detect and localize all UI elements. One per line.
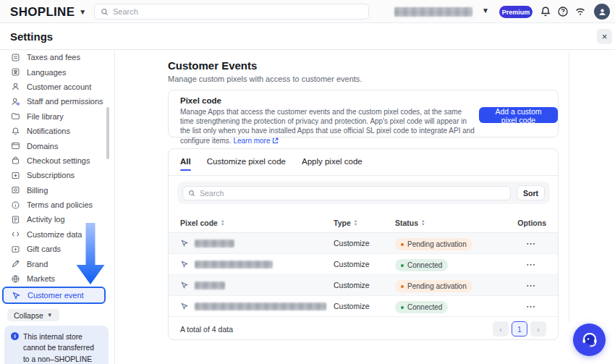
external-link-icon	[272, 137, 279, 144]
premium-badge[interactable]: Premium	[499, 6, 533, 18]
sidebar-item-file-library[interactable]: File library	[0, 109, 114, 124]
sidebar-item-languages[interactable]: Languages	[0, 64, 114, 79]
settings-sidebar: Taxes and fees Languages Customer accoun…	[0, 50, 114, 364]
table-row[interactable]: Customize Pending activation ⋯	[169, 233, 558, 254]
row-type: Customize	[334, 260, 395, 268]
sidebar-item-terms-and-policies[interactable]: Terms and policies	[0, 198, 114, 212]
sidebar-item-billing[interactable]: Billing	[0, 183, 114, 198]
row-options-button[interactable]: ⋯	[526, 280, 546, 291]
column-type[interactable]: Type▲▼	[334, 219, 395, 227]
settings-nav: Taxes and fees Languages Customer accoun…	[0, 50, 114, 305]
sidebar-item-taxes-and-fees[interactable]: Taxes and fees	[0, 50, 114, 64]
sidebar-item-staff-and-permissions[interactable]: Staff and permissions	[0, 94, 114, 109]
sidebar-item-gift-cards[interactable]: Gift cards	[0, 242, 114, 256]
row-options-button[interactable]: ⋯	[526, 259, 546, 270]
search-icon	[101, 8, 109, 16]
column-pixel-code[interactable]: Pixel code▲▼	[180, 219, 334, 227]
chevron-left-icon: ‹	[499, 325, 502, 334]
status-badge: Pending activation	[395, 238, 472, 250]
status-dot-icon	[401, 243, 404, 246]
content-scroll-rail[interactable]	[569, 51, 569, 323]
sidebar-item-customize-data[interactable]: Customize data	[0, 227, 114, 242]
pixel-name-redacted	[195, 240, 234, 247]
table-footer: A total of 4 data ‹ 1 ›	[169, 317, 558, 341]
tab-customize-pixel-code[interactable]: Customize pixel code	[207, 157, 286, 171]
sort-button[interactable]: Sort	[517, 185, 545, 200]
sidebar-item-markets[interactable]: Markets	[0, 271, 114, 286]
settings-page-title: Settings	[10, 30, 53, 43]
sidebar-item-customer-event[interactable]: Customer event	[2, 287, 106, 304]
global-search-input[interactable]: Search	[94, 4, 369, 20]
pixel-icon	[180, 239, 189, 247]
close-settings-button[interactable]: ×	[597, 29, 612, 44]
headset-icon	[580, 330, 600, 350]
column-options: Options	[517, 219, 546, 227]
tab-all[interactable]: All	[180, 157, 191, 171]
subscription-icon	[11, 171, 20, 180]
status-badge: Pending activation	[395, 280, 472, 292]
column-status[interactable]: Status▲▼	[395, 219, 505, 227]
add-custom-pixel-code-button[interactable]: Add a custom pixel code	[479, 107, 558, 123]
receipt-icon	[11, 53, 20, 62]
sidebar-item-customer-account[interactable]: Customer account	[0, 80, 114, 94]
sidebar-item-notifications[interactable]: Notifications	[0, 124, 114, 138]
sidebar-item-brand[interactable]: Brand	[0, 256, 114, 271]
info-icon	[11, 200, 20, 210]
row-options-button[interactable]: ⋯	[526, 238, 546, 249]
wifi-icon[interactable]	[574, 6, 586, 17]
table-body: Customize Pending activation ⋯ Customize…	[169, 233, 558, 317]
sort-icon: ▲▼	[354, 219, 357, 226]
pixel-icon	[180, 260, 189, 268]
pagination: ‹ 1 ›	[493, 321, 546, 337]
row-type: Customize	[334, 239, 395, 247]
globe-icon	[11, 274, 20, 284]
sidebar-item-checkout-settings[interactable]: Checkout settings	[0, 153, 114, 168]
account-avatar[interactable]	[594, 4, 610, 20]
table-row[interactable]: Customize Pending activation ⋯	[169, 275, 558, 296]
notice-text: This internal store cannot be transferre…	[23, 331, 102, 364]
learn-more-link[interactable]: Learn more	[233, 137, 270, 145]
tab-apply-pixel-code[interactable]: Apply pixel code	[302, 157, 362, 171]
customer-events-panel: Customer Events Manage custom pixels wit…	[115, 50, 615, 364]
pixel-code-card-title: Pixel code	[180, 96, 221, 105]
status-badge: Connected	[395, 301, 448, 313]
table-header: Pixel code▲▼ Type▲▼ Status▲▼ Options	[169, 213, 558, 233]
help-icon[interactable]	[557, 6, 569, 17]
store-chevron-down-icon[interactable]: ▼	[482, 7, 489, 14]
sidebar-item-activity-log[interactable]: Activity log	[0, 212, 114, 227]
chevron-right-icon: ›	[537, 325, 540, 334]
checkout-icon	[11, 156, 20, 165]
row-options-button[interactable]: ⋯	[526, 301, 546, 312]
search-icon	[188, 190, 195, 197]
user-key-icon	[11, 97, 20, 106]
bell-icon	[11, 127, 20, 136]
pixel-name-redacted	[195, 302, 326, 310]
pixel-code-card: Pixel code Manage Apps that access the c…	[168, 90, 559, 137]
next-page-button[interactable]: ›	[530, 321, 546, 337]
pixel-search-input[interactable]: Search	[182, 186, 511, 200]
pixel-icon	[180, 302, 189, 310]
sidebar-item-subscriptions[interactable]: Subscriptions	[0, 168, 114, 182]
translate-icon	[11, 67, 20, 77]
total-count: A total of 4 data	[180, 325, 233, 334]
user-icon	[11, 82, 20, 91]
pen-icon	[11, 259, 20, 268]
gift-card-icon	[11, 245, 20, 254]
notifications-bell-icon[interactable]	[540, 6, 551, 17]
status-badge: Connected	[395, 259, 448, 271]
collapse-button[interactable]: Collapse▼	[7, 309, 59, 321]
sidebar-item-domains[interactable]: Domains	[0, 138, 114, 153]
shopline-logo[interactable]: SHOPLINE▼	[10, 5, 87, 20]
folder-icon	[11, 111, 20, 121]
internal-store-notice: i This internal store cannot be transfer…	[4, 326, 109, 364]
sidebar-scrollbar[interactable]	[106, 107, 109, 159]
prev-page-button[interactable]: ‹	[493, 321, 509, 337]
support-chat-button[interactable]	[573, 323, 606, 356]
table-row[interactable]: Customize Connected ⋯	[169, 296, 558, 317]
pixel-icon	[180, 281, 189, 289]
shopline-admin-window: SHOPLINE▼ Search ▼ Premium Settings × Ta…	[0, 0, 615, 364]
info-icon: i	[11, 332, 19, 340]
table-row[interactable]: Customize Connected ⋯	[169, 254, 558, 275]
page-1-button[interactable]: 1	[512, 321, 527, 337]
top-bar: SHOPLINE▼ Search ▼ Premium	[0, 0, 615, 23]
